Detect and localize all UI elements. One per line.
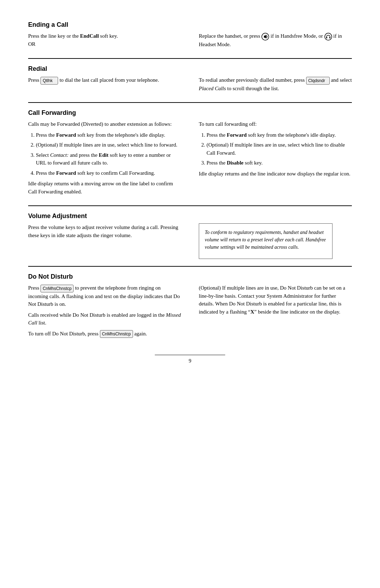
volume-adjustment-content: Press the volume keys to adjust receiver… <box>28 223 352 259</box>
call-forwarding-step-3: Select Contact: and press the Edit soft … <box>36 151 181 167</box>
divider-2 <box>28 102 352 103</box>
redial-content: Press Qtlhk to dial the last call placed… <box>28 76 352 95</box>
redial-title: Redial <box>28 65 352 73</box>
do-not-disturb-title: Do Not Disturb <box>28 273 352 280</box>
volume-adjustment-section: Volume Adjustment Press the volume keys … <box>28 212 352 259</box>
headset-icon <box>324 33 332 41</box>
do-not-disturb-para1: Press CnMhsChnstcp to prevent the teleph… <box>28 284 181 308</box>
ending-a-call-left-text: Press the line key or the EndCall soft k… <box>28 32 181 48</box>
ending-a-call-right-text: Replace the handset, or press if in Hand… <box>199 32 352 48</box>
call-forwarding-right-intro: To turn call forwarding off: <box>199 120 352 128</box>
volume-adjustment-text: Press the volume keys to adjust receiver… <box>28 223 181 239</box>
page-number: 9 <box>189 358 191 364</box>
volume-adjustment-right: To conform to regulatory requirements, h… <box>195 223 352 259</box>
cnmhschnstcp-key-2: CnMhsChnstcp <box>100 330 133 338</box>
clqdsndr-key: Clqdsndr <box>306 77 330 85</box>
placed-calls-label: Placed Calls <box>199 86 226 91</box>
ending-a-call-section: Ending a Call Press the line key or the … <box>28 21 352 51</box>
speaker-icon <box>261 33 269 41</box>
do-not-disturb-right: (Optional) If multiple lines are in use,… <box>195 284 352 341</box>
divider-4 <box>28 266 352 267</box>
qtlhk-key: Qtlhk <box>40 77 58 85</box>
ending-a-call-content: Press the line key or the EndCall soft k… <box>28 32 352 51</box>
call-forwarding-right-footer: Idle display returns and the line indica… <box>199 170 352 178</box>
cnmhschnstcp-key-1: CnMhsChnstcp <box>40 285 74 292</box>
call-forwarding-right-step-2: (Optional) If multiple lines are in use,… <box>207 141 352 157</box>
do-not-disturb-para3: To turn off Do Not Disturb, press CnMhsC… <box>28 330 181 338</box>
volume-note-text: To conform to regulatory requirements, h… <box>205 229 327 251</box>
call-forwarding-left-footer: Idle display returns with a moving arrow… <box>28 180 181 196</box>
redial-right-text: To redial another previously dialled num… <box>199 76 352 92</box>
call-forwarding-title: Call Forwarding <box>28 109 352 117</box>
redial-section: Redial Press Qtlhk to dial the last call… <box>28 65 352 95</box>
call-forwarding-intro: Calls may be Forwarded (Diverted) to ano… <box>28 120 181 128</box>
endcall-key-label: EndCall <box>80 33 99 39</box>
redial-left-text: Press Qtlhk to dial the last call placed… <box>28 76 181 85</box>
call-forwarding-step-2: (Optional) If multiple lines are in use,… <box>36 141 181 149</box>
svg-point-2 <box>325 33 332 40</box>
do-not-disturb-content: Press CnMhsChnstcp to prevent the teleph… <box>28 284 352 341</box>
footer-line <box>155 355 225 355</box>
call-forwarding-left: Calls may be Forwarded (Diverted) to ano… <box>28 120 185 198</box>
do-not-disturb-section: Do Not Disturb Press CnMhsChnstcp to pre… <box>28 273 352 341</box>
call-forwarding-step-4: Press the Forward soft key to confirm Ca… <box>36 169 181 177</box>
page-footer: 9 <box>28 355 352 364</box>
svg-marker-1 <box>264 35 266 39</box>
redial-left: Press Qtlhk to dial the last call placed… <box>28 76 185 95</box>
call-forwarding-right-step-1: Press the Forward soft key from the tele… <box>207 131 352 139</box>
volume-adjustment-title: Volume Adjustment <box>28 212 352 220</box>
ending-a-call-title: Ending a Call <box>28 21 352 29</box>
divider-1 <box>28 58 352 59</box>
volume-note-box: To conform to regulatory requirements, h… <box>199 223 332 259</box>
call-forwarding-right: To turn call forwarding off: Press the F… <box>195 120 352 198</box>
redial-right: To redial another previously dialled num… <box>195 76 352 95</box>
ending-a-call-left: Press the line key or the EndCall soft k… <box>28 32 185 51</box>
ending-a-call-right: Replace the handset, or press if in Hand… <box>195 32 352 51</box>
do-not-disturb-right-text: (Optional) If multiple lines are in use,… <box>199 284 352 316</box>
call-forwarding-content: Calls may be Forwarded (Diverted) to ano… <box>28 120 352 198</box>
svg-rect-3 <box>326 37 327 38</box>
call-forwarding-steps-left: Press the Forward soft key from the tele… <box>36 131 181 177</box>
call-forwarding-section: Call Forwarding Calls may be Forwarded (… <box>28 109 352 198</box>
call-forwarding-right-step-3: Press the Disable soft key. <box>207 159 352 167</box>
svg-rect-4 <box>329 37 330 38</box>
volume-adjustment-left: Press the volume keys to adjust receiver… <box>28 223 185 259</box>
x-symbol: X <box>251 309 254 315</box>
call-forwarding-steps-right: Press the Forward soft key from the tele… <box>207 131 352 167</box>
missed-call-label: Missed Call <box>28 312 181 326</box>
do-not-disturb-left: Press CnMhsChnstcp to prevent the teleph… <box>28 284 185 341</box>
call-forwarding-step-1: Press the Forward soft key from the tele… <box>36 131 181 139</box>
do-not-disturb-para2: Calls received while Do Not Disturb is e… <box>28 311 181 327</box>
divider-3 <box>28 205 352 206</box>
